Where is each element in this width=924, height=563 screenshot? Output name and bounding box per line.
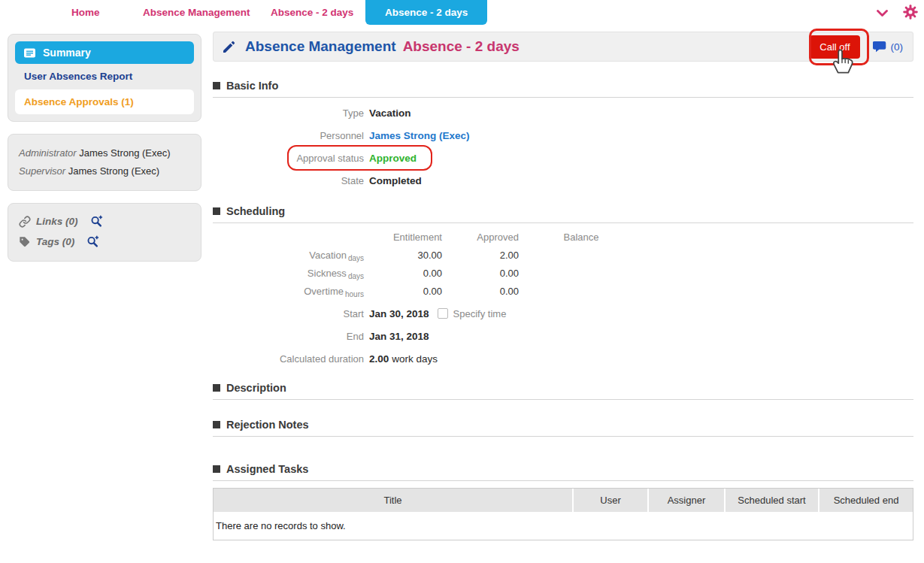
description-title-text: Description bbox=[226, 382, 286, 394]
gear-icon[interactable] bbox=[903, 5, 918, 22]
divider bbox=[213, 97, 913, 98]
top-navigation: Home Absence Management Absence - 2 days… bbox=[0, 0, 924, 26]
section-square-icon bbox=[213, 384, 220, 392]
personnel-link[interactable]: James Strong (Exec) bbox=[369, 130, 913, 141]
divider bbox=[213, 222, 913, 223]
nav-tab-home[interactable]: Home bbox=[71, 7, 100, 18]
nav-tab-absence-management[interactable]: Absence Management bbox=[143, 7, 250, 18]
duration-value: 2.00 bbox=[369, 353, 389, 365]
links-row: Links (0) bbox=[19, 215, 190, 228]
overtime-approved: 0.00 bbox=[442, 286, 519, 297]
tag-icon bbox=[19, 236, 31, 248]
state-row: State Completed bbox=[213, 169, 913, 192]
sidebar-item-summary-label: Summary bbox=[43, 47, 91, 59]
main-content: Absence Management Absence - 2 days Call… bbox=[213, 32, 913, 540]
links-search-icon[interactable] bbox=[90, 215, 103, 228]
overtime-entitlement: 0.00 bbox=[364, 286, 442, 297]
duration-row: Calculated duration 2.00 work days bbox=[213, 347, 913, 370]
section-square-icon bbox=[213, 421, 220, 428]
administrator-name: James Strong (Exec) bbox=[79, 147, 170, 159]
empty-records-message: There are no records to show. bbox=[214, 512, 913, 540]
page-header-bar: Absence Management Absence - 2 days Call… bbox=[213, 32, 913, 62]
type-label: Type bbox=[213, 107, 364, 119]
col-assigner: Assigner bbox=[647, 489, 724, 512]
sidebar-item-user-absences-report[interactable]: User Absences Report bbox=[15, 64, 194, 86]
col-approved: Approved bbox=[442, 232, 519, 243]
tags-search-icon[interactable] bbox=[86, 235, 99, 248]
type-value: Vacation bbox=[369, 107, 913, 119]
sickness-entitlement: 0.00 bbox=[364, 268, 442, 279]
overtime-row: Overtimehours 0.00 0.00 bbox=[213, 282, 913, 300]
sidebar-item-absence-approvals[interactable]: Absence Approvals (1) bbox=[15, 89, 194, 114]
divider bbox=[213, 480, 913, 481]
col-scheduled-end: Scheduled end bbox=[818, 489, 913, 512]
start-date-value: Jan 30, 2018 bbox=[369, 308, 429, 319]
specify-time-checkbox[interactable] bbox=[438, 308, 448, 319]
approval-status-value: Approved bbox=[369, 153, 913, 164]
divider bbox=[213, 436, 913, 437]
rejection-notes-title: Rejection Notes bbox=[213, 419, 913, 431]
section-rejection-notes: Rejection Notes bbox=[213, 419, 913, 437]
col-entitlement: Entitlement bbox=[364, 232, 442, 243]
scheduling-title: Scheduling bbox=[213, 205, 913, 217]
tags-row: Tags (0) bbox=[19, 235, 190, 248]
col-balance: Balance bbox=[519, 232, 644, 243]
sickness-approved: 0.00 bbox=[442, 268, 519, 279]
section-assigned-tasks: Assigned Tasks Title User Assigner Sched… bbox=[213, 463, 913, 540]
vacation-label: Vacationdays bbox=[213, 250, 364, 261]
sickness-row: Sicknessdays 0.00 0.00 bbox=[213, 264, 913, 282]
end-date-value: Jan 31, 2018 bbox=[369, 331, 913, 342]
basic-info-title: Basic Info bbox=[213, 80, 913, 92]
approval-status-row: Approval status Approved bbox=[213, 147, 913, 169]
summary-list-icon bbox=[23, 47, 36, 59]
personnel-label: Personnel bbox=[213, 130, 364, 141]
personnel-row: Personnel James Strong (Exec) bbox=[213, 124, 913, 147]
approval-status-label: Approval status bbox=[213, 153, 364, 164]
links-label[interactable]: Links (0) bbox=[36, 216, 78, 227]
vacation-row: Vacationdays 30.00 2.00 bbox=[213, 246, 913, 264]
section-square-icon bbox=[213, 465, 220, 473]
col-user: User bbox=[572, 489, 647, 512]
supervisor-name: James Strong (Exec) bbox=[68, 165, 159, 177]
start-label: Start bbox=[213, 308, 364, 319]
end-row: End Jan 31, 2018 bbox=[213, 325, 913, 347]
entitlement-table: Entitlement Approved Balance Vacationday… bbox=[213, 228, 913, 300]
vacation-entitlement: 30.00 bbox=[364, 250, 442, 261]
scheduling-title-text: Scheduling bbox=[226, 205, 285, 217]
call-off-button[interactable]: Call off bbox=[810, 35, 859, 59]
link-icon bbox=[19, 216, 31, 228]
state-value: Completed bbox=[369, 175, 913, 186]
comment-bubble-icon bbox=[873, 41, 887, 53]
specify-time-label: Specify time bbox=[453, 308, 507, 319]
state-label: State bbox=[213, 175, 364, 186]
section-description: Description bbox=[213, 382, 913, 400]
basic-info-title-text: Basic Info bbox=[226, 80, 278, 92]
page-subtitle: Absence - 2 days bbox=[403, 38, 520, 55]
type-row: Type Vacation bbox=[213, 101, 913, 124]
tags-label[interactable]: Tags (0) bbox=[36, 236, 74, 247]
nav-tab-absence-2-days[interactable]: Absence - 2 days bbox=[271, 7, 353, 18]
assigned-tasks-title: Assigned Tasks bbox=[213, 463, 913, 475]
sidebar: Summary User Absences Report Absence App… bbox=[8, 34, 201, 274]
sidebar-item-summary[interactable]: Summary bbox=[15, 41, 194, 64]
sidebar-panel-navigation: Summary User Absences Report Absence App… bbox=[8, 34, 201, 122]
duration-label: Calculated duration bbox=[213, 353, 364, 365]
end-label: End bbox=[213, 331, 364, 342]
comments-count: (0) bbox=[891, 41, 904, 53]
section-square-icon bbox=[213, 207, 220, 215]
nav-tab-absence-2-days-active[interactable]: Absence - 2 days bbox=[365, 0, 487, 25]
vacation-approved: 2.00 bbox=[442, 250, 519, 261]
chevron-down-icon[interactable] bbox=[877, 8, 888, 20]
administrator-row: Administrator James Strong (Exec) bbox=[19, 147, 190, 159]
edit-pencil-icon[interactable] bbox=[223, 41, 235, 53]
comments-control[interactable]: (0) bbox=[873, 41, 904, 53]
entitlement-header-row: Entitlement Approved Balance bbox=[213, 228, 913, 246]
sickness-label: Sicknessdays bbox=[213, 268, 364, 279]
start-row: Start Jan 30, 2018 Specify time bbox=[213, 302, 913, 325]
overtime-label: Overtimehours bbox=[213, 286, 364, 297]
supervisor-role-label: Supervisor bbox=[19, 165, 65, 177]
supervisor-row: Supervisor James Strong (Exec) bbox=[19, 165, 190, 177]
description-title: Description bbox=[213, 382, 913, 394]
rejection-notes-title-text: Rejection Notes bbox=[226, 419, 309, 431]
col-scheduled-start: Scheduled start bbox=[724, 489, 818, 512]
